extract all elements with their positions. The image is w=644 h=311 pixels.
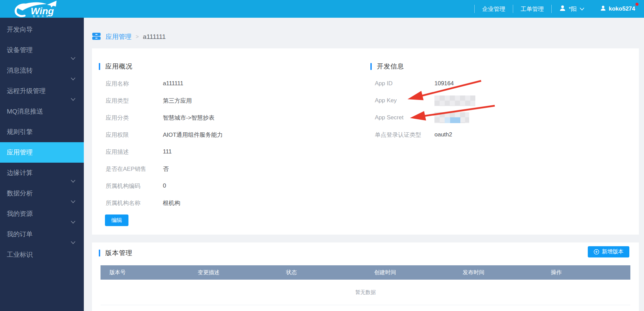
versions-title: 版本管理 [105,249,133,257]
breadcrumb: 应用管理 > a111111 [91,30,166,44]
sidebar-item-label: 边缘计算 [7,169,33,176]
navbar-right: 企业管理 工单管理 *阳 koko5274 [467,0,635,18]
field-value: 第三方应用 [163,97,192,105]
col-created-time: 创建时间 [366,265,454,280]
sidebar-item-label: 应用管理 [7,149,33,156]
nav-divider [474,5,475,13]
field-label: 所属机构编码 [106,182,163,190]
field-row: 应用名称a111111 [106,75,358,92]
sidebar-item-label: 规则引擎 [7,128,33,135]
col-change-desc: 变更描述 [189,265,277,280]
sidebar-item-label: 消息流转 [7,67,33,74]
sidebar-item-my-resources[interactable]: 我的资源 [0,204,84,224]
sidebar-item-message-flow[interactable]: 消息流转 [0,60,84,81]
field-label: 是否在AEP销售 [106,165,163,173]
field-row: 所属机构名称根机构 [106,194,358,211]
account-name: koko5274 [609,5,635,12]
field-label: 应用名称 [106,80,163,88]
breadcrumb-separator: > [136,34,139,40]
sidebar-item-label: 工业标识 [7,251,33,258]
field-value: 111 [163,148,172,155]
plus-circle-icon [594,249,599,255]
nav-link-enterprise[interactable]: 企业管理 [482,5,505,13]
sidebar-item-label: 我的资源 [7,210,33,217]
versions-section-header: 版本管理 [99,249,133,257]
overview-fields: 应用名称a111111 应用类型第三方应用 应用分类智慧城市->智慧抄表 应用权… [106,75,358,211]
breadcrumb-app-mgmt-link[interactable]: 应用管理 [106,32,132,41]
section-bar [370,63,372,70]
col-actions: 操作 [542,265,630,280]
field-label: App ID [375,80,434,87]
user-menu[interactable]: *阳 [559,5,584,13]
field-label: 单点登录认证类型 [375,131,434,139]
sidebar-item-label: MQ消息推送 [7,108,43,115]
sidebar-item-edge-computing[interactable]: 边缘计算 [0,163,84,183]
field-row: 所属机构编码0 [106,177,358,194]
col-version: 版本号 [101,265,189,280]
devinfo-fields: App ID109164 App Key App Secret 单点登录认证类型… [375,75,566,143]
field-row: 应用权限AIOT通用组件服务能力 [106,126,358,143]
sidebar-item-device-mgmt[interactable]: 设备管理 [0,40,84,60]
sidebar-item-remote-upgrade[interactable]: 远程升级管理 [0,81,84,101]
sidebar-item-my-orders[interactable]: 我的订单 [0,224,84,245]
sidebar-item-label: 我的订单 [7,231,33,238]
add-version-button[interactable]: 新增版本 [588,246,629,257]
field-value: 否 [163,165,169,173]
field-row: 是否在AEP销售否 [106,160,358,177]
devinfo-title: 开发信息 [377,62,404,71]
field-value: a111111 [163,80,183,87]
col-status: 状态 [277,265,365,280]
field-row: 应用描述111 [106,143,358,160]
app-box-icon [91,31,102,42]
field-value: 0 [163,182,166,189]
sidebar-item-app-mgmt[interactable]: 应用管理 [0,142,84,163]
account-icon [600,5,606,13]
sidebar-item-data-analysis[interactable]: 数据分析 [0,183,84,204]
versions-table-header: 版本号 变更描述 状态 创建时间 发布时间 操作 [101,265,630,280]
field-value: 根机构 [163,199,180,207]
nav-divider [513,5,513,13]
sidebar-item-rule-engine[interactable]: 规则引擎 [0,122,84,142]
user-name: *阳 [569,5,577,13]
nav-link-workorder[interactable]: 工单管理 [521,5,544,13]
version-mgmt-card: 版本管理 新增版本 版本号 变更描述 状态 创建时间 发布时间 操作 暂无数据 [92,242,639,311]
mosaic-tile [445,117,450,123]
field-label: 应用分类 [106,114,163,122]
overview-title: 应用概况 [105,62,133,71]
user-icon [559,5,566,13]
field-label: 应用描述 [106,148,163,156]
sidebar-item-label: 数据分析 [7,190,33,197]
field-value: 智慧城市->智慧抄表 [163,114,215,122]
sidebar-item-label: 开发向导 [7,26,33,33]
chevron-down-icon [580,5,584,12]
field-value: oauth2 [434,131,452,138]
field-row: 单点登录认证类型oauth2 [375,126,566,143]
field-row: App ID109164 [375,75,566,92]
field-row: App Key [375,92,566,109]
empty-state: 暂无数据 [101,280,630,305]
edit-button[interactable]: 编辑 [105,214,128,226]
sidebar-item-dev-wizard[interactable]: 开发向导 [0,19,84,40]
field-label: App Key [375,97,434,104]
app-secret-masked-value [434,112,469,123]
field-label: App Secret [375,114,434,121]
add-version-label: 新增版本 [602,248,624,255]
section-bar [99,63,100,70]
ctwing-logo[interactable]: Wing 智联未来 [13,0,67,17]
col-publish-time: 发布时间 [454,265,542,280]
nav-divider [551,5,552,13]
field-row: App Secret [375,109,566,126]
devinfo-section-header: 开发信息 [370,63,404,70]
sidebar-item-industrial-id[interactable]: 工业标识 [0,245,84,265]
mosaic-tile [450,117,460,123]
notification-badge [635,3,639,6]
top-navbar: Wing 智联未来 企业管理 工单管理 *阳 koko5274 [0,0,644,18]
versions-table: 版本号 变更描述 状态 创建时间 发布时间 操作 暂无数据 [101,265,630,305]
main-content: 应用管理 > a111111 应用概况 应用名称a111111 应用类型第三方应… [84,18,644,311]
sidebar-item-mq-push[interactable]: MQ消息推送 [0,101,84,122]
section-bar [99,250,100,256]
field-value: 109164 [434,80,454,87]
brand-tagline: 智联未来 [33,15,50,17]
account-menu[interactable]: koko5274 [600,5,635,13]
sidebar-item-label: 远程升级管理 [7,87,46,94]
